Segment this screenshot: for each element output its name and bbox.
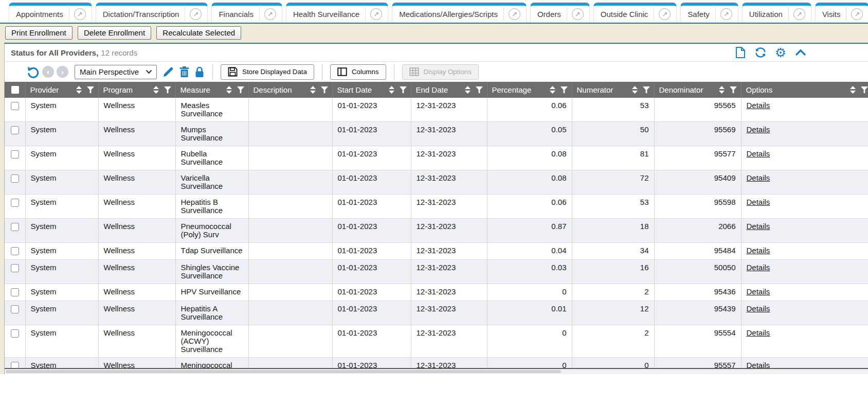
column-header-provider[interactable]: Provider (25, 82, 98, 98)
cell-description (248, 146, 332, 170)
recalculate-selected-button[interactable]: Recalculate Selected (156, 26, 241, 40)
sort-icon[interactable] (719, 86, 725, 94)
columns-button[interactable]: Columns (330, 64, 386, 80)
scrollbar-thumb[interactable] (6, 370, 561, 373)
details-link[interactable]: Details (747, 222, 770, 231)
filter-icon[interactable] (861, 86, 868, 93)
sort-icon[interactable] (389, 86, 394, 94)
filter-icon[interactable] (730, 86, 737, 93)
sort-icon[interactable] (310, 86, 316, 94)
tab-orders[interactable]: Orders↗ (530, 3, 590, 23)
tab-appointments[interactable]: Appointments↗ (9, 3, 92, 23)
open-in-new-window-icon[interactable]: ↗ (720, 8, 732, 20)
sort-icon[interactable] (632, 86, 638, 94)
open-in-new-window-icon[interactable]: ↗ (370, 8, 382, 20)
details-link[interactable]: Details (747, 149, 770, 158)
column-header-options[interactable]: Options (741, 82, 868, 98)
tab-safety[interactable]: Safety↗ (680, 3, 738, 23)
delete-enrollment-button[interactable]: Delete Enrollment (78, 26, 151, 40)
tab-medications-allergies-scripts[interactable]: Medications/Allergies/Scripts↗ (392, 3, 527, 23)
row-checkbox[interactable] (11, 199, 19, 207)
filter-icon[interactable] (400, 86, 407, 93)
tab-utilization[interactable]: Utilization↗ (742, 3, 811, 23)
details-link[interactable]: Details (747, 328, 770, 337)
details-link[interactable]: Details (747, 287, 770, 296)
column-header-start-date[interactable]: Start Date (332, 82, 411, 98)
open-in-new-window-icon[interactable]: ↗ (793, 8, 805, 20)
tab-dictation-transcription[interactable]: Dictation/Transcription↗ (96, 3, 208, 23)
column-header-end-date[interactable]: End Date (411, 82, 487, 98)
details-link[interactable]: Details (747, 125, 770, 134)
open-in-new-window-icon[interactable]: ↗ (190, 8, 202, 20)
cell-description (248, 195, 332, 219)
cell-measure: Hepatitis B Surveillance (175, 195, 248, 219)
cell-options: Details (741, 170, 868, 195)
next-perspective-icon[interactable]: › (57, 66, 68, 78)
tab-outside-clinic[interactable]: Outside Clinic↗ (593, 3, 677, 23)
refresh-icon[interactable] (754, 46, 767, 59)
cell-percentage: 0.08 (487, 146, 572, 170)
open-in-new-window-icon[interactable]: ↗ (851, 8, 863, 20)
row-checkbox[interactable] (11, 264, 19, 272)
details-link[interactable]: Details (747, 304, 770, 313)
row-checkbox[interactable] (11, 288, 19, 296)
column-header-description[interactable]: Description (248, 82, 332, 98)
open-in-new-window-icon[interactable]: ↗ (509, 8, 520, 20)
cell-numerator: 0 (572, 358, 654, 370)
sort-icon[interactable] (550, 86, 555, 94)
tab-visits[interactable]: Visits↗ (815, 3, 868, 23)
row-checkbox[interactable] (11, 150, 19, 159)
row-checkbox[interactable] (11, 126, 19, 134)
open-in-new-window-icon[interactable]: ↗ (74, 8, 86, 20)
sort-icon[interactable] (153, 86, 159, 94)
details-link[interactable]: Details (747, 101, 770, 110)
filter-icon[interactable] (237, 86, 244, 93)
tab-financials[interactable]: Financials↗ (211, 3, 282, 23)
delete-perspective-icon[interactable] (179, 66, 190, 78)
filter-icon[interactable] (560, 86, 568, 93)
details-link[interactable]: Details (747, 198, 770, 206)
row-checkbox[interactable] (11, 305, 19, 313)
sort-icon[interactable] (465, 86, 471, 94)
new-document-icon[interactable] (734, 46, 747, 59)
row-checkbox[interactable] (11, 174, 19, 183)
store-displayed-data-button[interactable]: Store Displayed Data (221, 64, 314, 80)
filter-icon[interactable] (87, 86, 94, 93)
undo-icon[interactable] (26, 65, 40, 79)
column-header-measure[interactable]: Measure (175, 82, 248, 98)
filter-icon[interactable] (164, 86, 171, 93)
column-header-program[interactable]: Program (98, 82, 175, 98)
edit-perspective-icon[interactable] (162, 66, 174, 78)
open-in-new-window-icon[interactable]: ↗ (264, 8, 276, 20)
open-in-new-window-icon[interactable]: ↗ (659, 8, 671, 20)
open-in-new-window-icon[interactable]: ↗ (572, 8, 584, 20)
details-link[interactable]: Details (747, 361, 770, 369)
column-header-percentage[interactable]: Percentage (487, 82, 572, 98)
sort-icon[interactable] (226, 86, 232, 94)
print-enrollment-button[interactable]: Print Enrollment (5, 26, 73, 40)
perspective-select[interactable]: Main Perspective (75, 65, 157, 79)
column-header-denominator[interactable]: Denominator (654, 82, 741, 98)
tab-health-surveillance[interactable]: Health Surveillance↗ (286, 3, 388, 23)
horizontal-scrollbar[interactable] (5, 369, 868, 374)
column-header-numerator[interactable]: Numerator (572, 82, 654, 98)
row-checkbox[interactable] (11, 362, 19, 369)
cell-provider: System (25, 301, 98, 325)
details-link[interactable]: Details (747, 263, 770, 272)
sort-icon[interactable] (850, 86, 856, 94)
row-checkbox[interactable] (11, 102, 19, 110)
sort-icon[interactable] (76, 86, 82, 94)
details-link[interactable]: Details (747, 173, 770, 182)
previous-perspective-icon[interactable]: ‹ (42, 66, 54, 78)
row-checkbox[interactable] (11, 329, 19, 338)
select-all-checkbox[interactable] (11, 86, 19, 94)
collapse-panel-icon[interactable] (794, 46, 807, 59)
filter-icon[interactable] (321, 86, 328, 93)
filter-icon[interactable] (643, 86, 650, 93)
filter-icon[interactable] (476, 86, 483, 93)
details-link[interactable]: Details (747, 246, 770, 255)
settings-gear-icon[interactable]: ⚙ (774, 46, 787, 59)
row-checkbox[interactable] (11, 247, 19, 255)
row-checkbox[interactable] (11, 223, 19, 231)
lock-perspective-icon[interactable] (194, 66, 205, 78)
